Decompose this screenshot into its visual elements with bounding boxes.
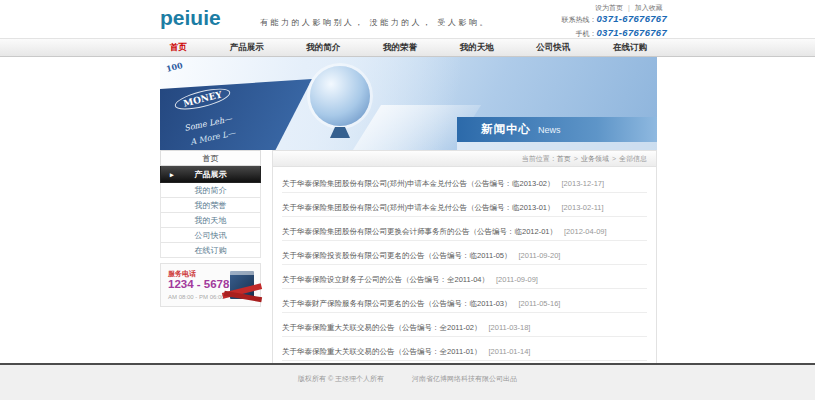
- service-hours: AM 08:00 - PM 06:00: [168, 294, 225, 300]
- sidebar-item-honors[interactable]: 我的荣誉: [160, 198, 261, 213]
- hotline-number: 0371-67676767: [597, 13, 667, 24]
- contact-info: 联系热线：0371-67676767 手机：0371-67676767: [495, 11, 667, 39]
- news-link[interactable]: 关于华泰保险设立财务子公司的公告（公告编号：全2011-04）: [282, 275, 489, 284]
- news-link[interactable]: 关于华泰保险集团股份有限公司(郑州)申请本金兑付公告（公告编号：临2013-02…: [282, 179, 555, 188]
- breadcrumb-section-link[interactable]: 业务领域: [581, 155, 609, 162]
- news-date: [2011-05-16]: [518, 299, 560, 308]
- breadcrumb-separator: >: [574, 155, 578, 162]
- sidebar-item-company-news[interactable]: 公司快讯: [160, 228, 261, 243]
- breadcrumb-home-link[interactable]: 首页: [557, 155, 571, 162]
- globe-icon: [310, 66, 370, 126]
- product-box-icon: [230, 271, 254, 299]
- sidebar-item-world[interactable]: 我的天地: [160, 213, 261, 228]
- arrow-right-icon: ▸: [170, 166, 174, 183]
- news-row: 关于华泰保险集团股份有限公司(郑州)申请本金兑付公告（公告编号：临2013-02…: [282, 169, 647, 193]
- set-home-link[interactable]: 设为首页: [595, 4, 623, 11]
- banner-section-bar: 新闻中心 News: [457, 117, 657, 142]
- service-phone-number: 1234 - 5678: [168, 278, 229, 290]
- news-date: [2011-09-20]: [518, 251, 560, 260]
- breadcrumb-current: 全部信息: [619, 155, 647, 162]
- news-link[interactable]: 关于华泰保险集团股份有限公司更换会计师事务所的公告（公告编号：临2012-01）: [282, 227, 557, 236]
- main-navbar: 首页 产品展示 我的简介 我的荣誉 我的天地 公司快讯 在线订购: [0, 38, 815, 57]
- nav-item-company-news[interactable]: 公司快讯: [530, 42, 576, 54]
- navbar-inner: 首页 产品展示 我的简介 我的荣誉 我的天地 公司快讯 在线订购: [160, 39, 657, 56]
- service-phone-box: 服务电话 1234 - 5678 AM 08:00 - PM 06:00: [160, 263, 261, 307]
- banner: 100 MONEY Some Leh— A More L— 新闻中心 News: [160, 57, 657, 150]
- breadcrumb-separator: >: [612, 155, 616, 162]
- sidebar: 首页 ▸ 产品展示 我的简介 我的荣誉 我的天地 公司快讯 在线订购 服务电话 …: [160, 150, 261, 307]
- sidebar-item-label: 产品展示: [195, 170, 227, 179]
- banner-section-subtitle: News: [538, 125, 561, 135]
- nav-item-products[interactable]: 产品展示: [224, 42, 270, 54]
- breadcrumb: 当前位置：首页>业务领域>全部信息: [273, 151, 656, 167]
- news-row: 关于华泰保险投资股份有限公司更名的公告（公告编号：临2011-05）[2011-…: [282, 241, 647, 265]
- news-link[interactable]: 关于华泰保险投资股份有限公司更名的公告（公告编号：临2011-05）: [282, 251, 511, 260]
- breadcrumb-prefix: 当前位置：: [522, 155, 557, 162]
- add-favorite-link[interactable]: 加入收藏: [635, 4, 663, 11]
- news-row: 关于华泰保险重大关联交易的公告（公告编号：全2011-01）[2011-01-1…: [282, 337, 647, 361]
- sidebar-item-home[interactable]: 首页: [160, 150, 261, 166]
- sidebar-item-order[interactable]: 在线订购: [160, 243, 261, 258]
- mobile-number: 0371-67676767: [597, 27, 667, 38]
- news-date: [2013-12-17]: [562, 179, 605, 188]
- footer-producer-link[interactable]: 河南省亿博网络科技有限公司出品: [412, 375, 517, 382]
- nav-item-honors[interactable]: 我的荣誉: [377, 42, 423, 54]
- news-date: [2013-02-11]: [562, 203, 604, 212]
- nav-item-home[interactable]: 首页: [164, 42, 193, 54]
- news-row: 关于华泰保险重大关联交易的公告（公告编号：全2011-02）[2011-03-1…: [282, 313, 647, 337]
- news-row: 关于华泰保险设立财务子公司的公告（公告编号：全2011-04）[2011-09-…: [282, 265, 647, 289]
- nav-item-order[interactable]: 在线订购: [607, 42, 653, 54]
- hotline-row: 联系热线：0371-67676767: [495, 11, 667, 25]
- banner-section-title: 新闻中心: [481, 122, 531, 137]
- news-row: 关于华泰保险集团股份有限公司更换会计师事务所的公告（公告编号：临2012-01）…: [282, 217, 647, 241]
- mobile-row: 手机：0371-67676767: [495, 25, 667, 39]
- news-link[interactable]: 关于华泰保险重大关联交易的公告（公告编号：全2011-01）: [282, 347, 481, 356]
- sidebar-item-profile[interactable]: 我的简介: [160, 183, 261, 198]
- site-slogan: 有能力的人影响别人， 没能力的人， 受人影响。: [260, 17, 490, 28]
- news-date: [2011-09-09]: [496, 275, 538, 284]
- news-link[interactable]: 关于华泰财产保险服务有限公司更名的公告（公告编号：临2011-03）: [282, 299, 511, 308]
- news-link[interactable]: 关于华泰保险集团股份有限公司(郑州)申请本金兑付公告（公告编号：临2013-01…: [282, 203, 555, 212]
- news-date: [2011-01-14]: [488, 347, 530, 356]
- sidebar-item-products[interactable]: ▸ 产品展示: [160, 166, 261, 183]
- news-row: 关于华泰财产保险服务有限公司更名的公告（公告编号：临2011-03）[2011-…: [282, 289, 647, 313]
- nav-item-world[interactable]: 我的天地: [454, 42, 500, 54]
- mobile-label: 手机：: [576, 30, 597, 37]
- news-date: [2012-04-09]: [564, 227, 607, 236]
- news-date: [2011-03-18]: [488, 323, 530, 332]
- footer: 版权所有 © 王经理个人所有 河南省亿博网络科技有限公司出品: [0, 365, 815, 400]
- footer-copyright: 版权所有 © 王经理个人所有: [298, 375, 384, 382]
- banner-bar-strip: [457, 142, 657, 150]
- site-logo[interactable]: peiuie: [160, 6, 221, 30]
- hotline-label: 联系热线：: [562, 16, 597, 23]
- link-separator: |: [628, 4, 630, 11]
- nav-item-profile[interactable]: 我的简介: [300, 42, 346, 54]
- news-row: 关于华泰保险集团股份有限公司(郑州)申请本金兑付公告（公告编号：临2013-01…: [282, 193, 647, 217]
- news-link[interactable]: 关于华泰保险重大关联交易的公告（公告编号：全2011-02）: [282, 323, 481, 332]
- page: 设为首页|加入收藏 peiuie 有能力的人影响别人， 没能力的人， 受人影响。…: [0, 0, 815, 400]
